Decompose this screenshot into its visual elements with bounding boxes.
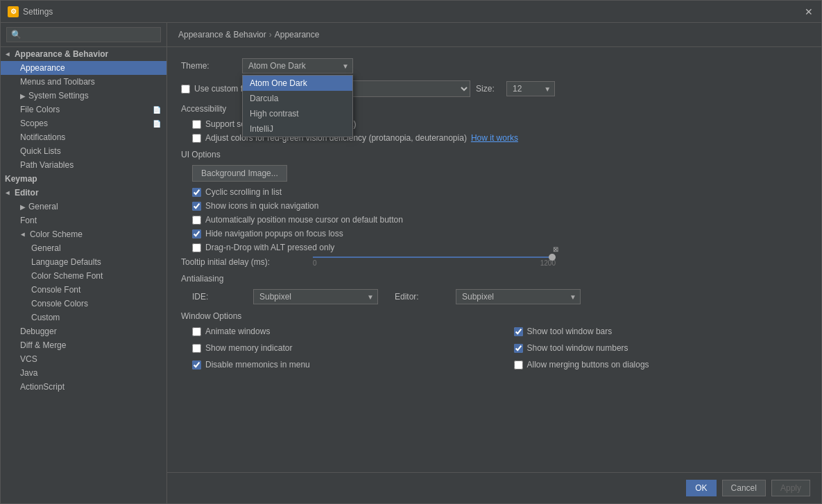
close-button[interactable]: ✕ (803, 6, 814, 17)
sidebar-item-language-defaults[interactable]: Language Defaults (1, 255, 166, 269)
show-tool-numbers-checkbox[interactable] (514, 344, 523, 353)
ide-select[interactable]: Subpixel Greyscale None (253, 289, 378, 304)
sidebar-item-label: Font (20, 216, 37, 225)
sidebar-item-label: Quick Lists (20, 146, 61, 156)
show-memory-checkbox[interactable] (192, 344, 201, 353)
content-body: Theme: Atom One Dark Darcula High contra… (167, 47, 821, 472)
disable-mnemonics-checkbox[interactable] (192, 360, 201, 370)
sidebar-item-file-colors[interactable]: File Colors 📄 (1, 103, 166, 116)
window-options-section: Window Options Animate windows Show tool… (181, 311, 807, 374)
color-deficiency-checkbox[interactable] (192, 134, 201, 143)
screen-readers-checkbox[interactable] (192, 120, 201, 129)
sidebar-item-editor[interactable]: ▼ Editor (1, 186, 166, 200)
animate-windows-checkbox[interactable] (192, 327, 201, 336)
animate-windows-label: Animate windows (205, 327, 270, 336)
editor-select[interactable]: Subpixel Greyscale None (456, 289, 581, 304)
sidebar-item-keymap[interactable]: Keymap (1, 172, 166, 186)
theme-option-intellij[interactable]: IntelliJ (243, 121, 352, 137)
cyclic-scrolling-checkbox[interactable] (192, 188, 201, 197)
show-icons-label: Show icons in quick navigation (205, 201, 318, 211)
sidebar-item-label: Editor (15, 188, 39, 198)
sidebar-item-label: Debugger (20, 327, 57, 336)
sidebar-item-path-variables[interactable]: Path Variables (1, 158, 166, 172)
sidebar-item-appearance[interactable]: Appearance (1, 61, 166, 75)
show-tool-bars-row: Show tool window bars (514, 327, 808, 336)
auto-position-label: Automatically position mouse cursor on d… (205, 215, 403, 225)
sidebar-item-actionscript[interactable]: ActionScript (1, 380, 166, 394)
sidebar-item-label: Keymap (5, 174, 37, 184)
sidebar-item-menus-toolbars[interactable]: Menus and Toolbars (1, 75, 166, 89)
size-label: Size: (476, 84, 501, 94)
slider-bg: ⊠ (313, 257, 556, 258)
hide-nav-label: Hide navigation popups on focus loss (205, 229, 343, 238)
theme-select-wrapper: Atom One Dark Darcula High contrast Inte… (242, 58, 353, 73)
window-options-header: Window Options (181, 311, 807, 321)
sidebar-item-quick-lists[interactable]: Quick Lists (1, 144, 166, 158)
theme-option-atom[interactable]: Atom One Dark (243, 76, 352, 91)
ui-options-header: UI Options (181, 150, 807, 159)
sidebar-item-system-settings[interactable]: ▶ System Settings (1, 89, 166, 103)
search-input[interactable] (6, 27, 161, 42)
slider-fill (313, 257, 551, 258)
sidebar-item-scopes[interactable]: Scopes 📄 (1, 116, 166, 130)
sidebar-item-label: Menus and Toolbars (20, 77, 95, 87)
footer: OK Cancel Apply (167, 472, 821, 503)
antialiasing-header: Antialiasing (181, 274, 807, 284)
sidebar-item-label: VCS (20, 354, 37, 364)
slider-thumb[interactable] (549, 254, 556, 261)
sidebar-item-label: Notifications (20, 132, 65, 142)
app-icon: ⚙ (8, 6, 19, 17)
sidebar-item-notifications[interactable]: Notifications (1, 130, 166, 144)
breadcrumb-parent: Appearance & Behavior (178, 30, 266, 40)
show-tool-bars-checkbox[interactable] (514, 327, 523, 336)
window-title: Settings (23, 7, 53, 17)
hide-nav-checkbox[interactable] (192, 229, 201, 238)
tooltip-delay-section: Tooltip initial delay (ms): ⊠ 0 1200 (181, 257, 807, 267)
sidebar-item-diff-merge[interactable]: Diff & Merge (1, 338, 166, 352)
apply-button[interactable]: Apply (771, 480, 810, 496)
file-icon: 📄 (153, 106, 161, 114)
use-custom-font-checkbox[interactable] (181, 85, 190, 94)
antialiasing-row: IDE: Subpixel Greyscale None ▼ Editor: (181, 289, 807, 304)
show-icons-row: Show icons in quick navigation (181, 201, 807, 211)
cyclic-scrolling-row: Cyclic scrolling in list (181, 187, 807, 197)
sidebar-item-color-scheme[interactable]: ▼ Color Scheme (1, 227, 166, 241)
ui-options-section: UI Options Background Image... Cyclic sc… (181, 150, 807, 252)
sidebar-item-appearance-behavior[interactable]: ▼ Appearance & Behavior (1, 47, 166, 61)
antialiasing-section: Antialiasing IDE: Subpixel Greyscale Non… (181, 274, 807, 304)
drag-alt-label: Drag-n-Drop with ALT pressed only (205, 243, 334, 252)
how-it-works-link[interactable]: How it works (471, 133, 518, 143)
allow-merging-row: Allow merging buttons on dialogs (514, 360, 808, 370)
sidebar-item-cs-general[interactable]: General (1, 241, 166, 255)
sidebar-item-console-font[interactable]: Console Font (1, 283, 166, 297)
editor-combo-wrapper: Subpixel Greyscale None ▼ (456, 289, 581, 304)
breadcrumb-current: Appearance (275, 30, 320, 40)
sidebar-item-console-colors[interactable]: Console Colors (1, 297, 166, 311)
auto-position-row: Automatically position mouse cursor on d… (181, 215, 807, 225)
sidebar-item-general[interactable]: ▶ General (1, 200, 166, 214)
animate-windows-row: Animate windows (192, 327, 486, 336)
theme-option-high-contrast[interactable]: High contrast (243, 106, 352, 121)
background-image-button[interactable]: Background Image... (192, 165, 287, 182)
hide-nav-row: Hide navigation popups on focus loss (181, 229, 807, 238)
auto-position-checkbox[interactable] (192, 216, 201, 225)
sidebar-item-label: ActionScript (20, 382, 65, 392)
main-content: ▼ Appearance & Behavior Appearance Menus… (1, 23, 821, 503)
sidebar-item-font[interactable]: Font (1, 214, 166, 227)
theme-select[interactable]: Atom One Dark Darcula High contrast Inte… (242, 58, 353, 73)
sidebar-item-vcs[interactable]: VCS (1, 352, 166, 366)
size-select[interactable]: 12 (506, 81, 555, 96)
cancel-button[interactable]: Cancel (722, 480, 766, 496)
sidebar-item-color-scheme-font[interactable]: Color Scheme Font (1, 269, 166, 283)
sidebar-item-custom[interactable]: Custom (1, 311, 166, 324)
ok-button[interactable]: OK (686, 480, 716, 496)
sidebar-item-debugger[interactable]: Debugger (1, 324, 166, 338)
sidebar-item-label: Path Variables (20, 160, 74, 170)
sidebar-item-java[interactable]: Java (1, 366, 166, 380)
theme-option-darcula[interactable]: Darcula (243, 91, 352, 106)
show-icons-checkbox[interactable] (192, 202, 201, 211)
drag-alt-checkbox[interactable] (192, 243, 201, 252)
breadcrumb-separator: › (269, 30, 272, 40)
allow-merging-checkbox[interactable] (514, 360, 523, 370)
theme-dropdown[interactable]: Atom One Dark Darcula High contrast Inte… (242, 75, 353, 137)
